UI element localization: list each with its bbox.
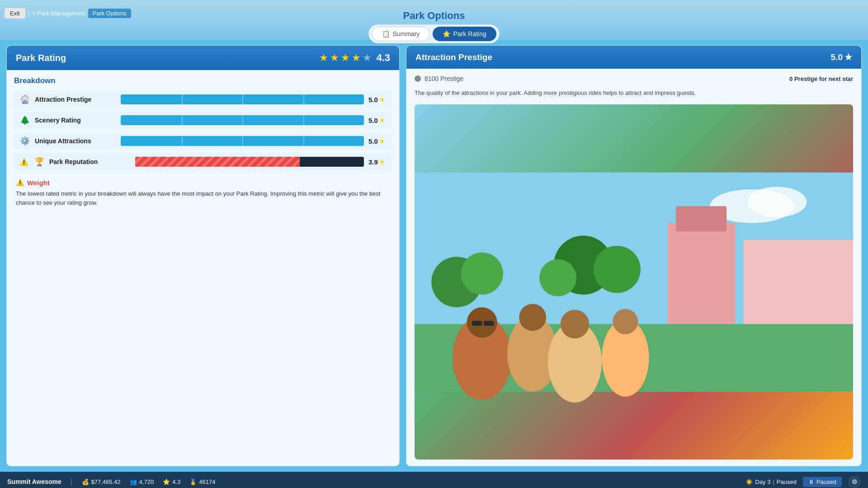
- prestige-circle-icon: [415, 75, 421, 82]
- left-panel-title: Park Rating: [16, 53, 66, 63]
- tab-summary[interactable]: 📋 Summary: [372, 27, 430, 41]
- metric-row-park-reputation[interactable]: ⚠️ 🏆 Park Reputation 3.9 ★: [14, 153, 392, 170]
- attraction-prestige-bar: [121, 94, 364, 104]
- status-divider-1: |: [71, 477, 73, 487]
- level-icon: 🏅: [189, 479, 197, 485]
- unique-attractions-value: 5.0 ★: [368, 137, 387, 145]
- weight-title: ⚠️ Weight: [16, 178, 390, 187]
- park-rating-icon: ⭐: [443, 30, 450, 38]
- star-4: ★: [352, 52, 361, 64]
- weight-section: ⚠️ Weight The lowest rated metric in you…: [14, 178, 392, 207]
- right-panel: Attraction Prestige 5.0 ★ 8100 Prestige …: [406, 45, 862, 466]
- pause-icon: ⏸: [808, 479, 814, 485]
- breadcrumb-separator: |: [28, 10, 29, 17]
- svg-point-18: [561, 310, 589, 338]
- prestige-description: The quality of the attractions in your p…: [415, 89, 853, 98]
- status-sun-icon-area: ☀️ Day 3 | Paused: [745, 479, 796, 485]
- park-rating-value: 4.3: [376, 52, 390, 64]
- svg-rect-4: [744, 240, 854, 324]
- left-panel-body: Breakdown 🎡 Attraction Prestige 5.0: [7, 70, 399, 213]
- prestige-next-star: 0 Prestige for next star: [789, 75, 853, 82]
- svg-rect-21: [484, 321, 494, 326]
- svg-point-19: [613, 309, 638, 334]
- svg-rect-5: [676, 206, 726, 231]
- svg-point-9: [593, 246, 640, 293]
- settings-button[interactable]: ⚙: [848, 475, 861, 488]
- park-reputation-bar: [135, 157, 364, 167]
- unique-attractions-bar: [121, 136, 364, 146]
- right-panel-body: 8100 Prestige 0 Prestige for next star T…: [406, 69, 861, 466]
- weight-warning-icon: ⚠️: [16, 178, 24, 187]
- rating-star-icon: ⭐: [163, 479, 170, 485]
- status-money: 💰 $77,465.42: [82, 479, 121, 485]
- svg-point-10: [539, 259, 576, 296]
- breadcrumb: Exit | < Park Management Park Options: [5, 8, 131, 19]
- attraction-prestige-name: Attraction Prestige: [35, 96, 116, 103]
- metric-row-attraction-prestige[interactable]: 🎡 Attraction Prestige 5.0 ★: [14, 91, 392, 108]
- status-rating: ⭐ 4.3: [163, 479, 180, 485]
- park-image-svg: [415, 104, 853, 460]
- right-panel-header: Attraction Prestige 5.0 ★: [406, 46, 861, 69]
- page-title: Park Options: [403, 10, 465, 22]
- metric-row-unique-attractions[interactable]: ⚙️ Unique Attractions 5.0 ★: [14, 132, 392, 150]
- breakdown-title: Breakdown: [14, 76, 392, 85]
- tab-park-rating-label: Park Rating: [453, 30, 486, 38]
- right-panel-title: Attraction Prestige: [415, 52, 492, 62]
- tab-park-rating[interactable]: ⭐ Park Rating: [433, 27, 496, 41]
- svg-point-7: [461, 253, 503, 295]
- attraction-prestige-value: 5.0 ★: [368, 96, 387, 103]
- scenery-rating-name: Scenery Rating: [35, 117, 116, 124]
- right-panel-star-icon: ★: [844, 52, 852, 62]
- park-reputation-value: 3.9 ★: [368, 158, 387, 166]
- status-right: ☀️ Day 3 | Paused ⏸ Paused ⚙: [745, 475, 861, 488]
- svg-rect-20: [472, 321, 482, 326]
- star-5: ★: [363, 52, 372, 64]
- status-guests: 👥 4,720: [130, 479, 154, 485]
- tab-summary-label: Summary: [392, 30, 420, 38]
- breadcrumb-current: Park Options: [88, 9, 131, 18]
- star-3: ★: [341, 52, 350, 64]
- unique-attractions-icon: ⚙️: [19, 136, 30, 146]
- guests-icon: 👥: [130, 479, 137, 485]
- star-1: ★: [319, 52, 328, 64]
- prestige-row: 8100 Prestige 0 Prestige for next star: [415, 75, 853, 82]
- top-nav-area: Exit | < Park Management Park Options Pa…: [0, 0, 868, 40]
- prestige-label: 8100 Prestige: [425, 75, 463, 82]
- svg-point-2: [748, 187, 807, 217]
- unique-attractions-name: Unique Attractions: [35, 137, 116, 145]
- status-park-name: Summit Awesome: [7, 478, 61, 485]
- left-panel-header: Park Rating ★ ★ ★ ★ ★ 4.3: [7, 46, 399, 70]
- right-panel-score: 5.0 ★: [831, 52, 852, 62]
- svg-point-17: [519, 304, 546, 331]
- exit-button[interactable]: Exit: [5, 8, 25, 19]
- status-level: 🏅 46174: [189, 479, 215, 485]
- left-panel: Park Rating ★ ★ ★ ★ ★ 4.3 Breakdown 🎡 At…: [6, 45, 400, 466]
- settings-gear-icon: ⚙: [852, 478, 858, 485]
- svg-rect-3: [668, 223, 735, 324]
- scenery-rating-icon: 🌲: [19, 115, 30, 125]
- park-reputation-name: Park Reputation: [49, 158, 131, 165]
- sun-icon: ☀️: [745, 479, 753, 485]
- park-rating-stars: ★ ★ ★ ★ ★ 4.3: [319, 52, 390, 64]
- attraction-prestige-icon: 🎡: [19, 94, 30, 104]
- money-icon: 💰: [82, 479, 89, 485]
- scenery-rating-bar: [121, 115, 364, 125]
- star-2: ★: [330, 52, 339, 64]
- status-bar: Summit Awesome | 💰 $77,465.42 👥 4,720 ⭐ …: [0, 472, 868, 488]
- pause-button[interactable]: ⏸ Paused: [803, 477, 842, 487]
- park-reputation-warning-icon: ⚠️: [19, 158, 28, 166]
- scenery-rating-value: 5.0 ★: [368, 117, 387, 124]
- weight-text: The lowest rated metric in your breakdow…: [16, 189, 390, 207]
- park-management-link[interactable]: < Park Management: [32, 10, 85, 17]
- park-image: [415, 104, 853, 460]
- summary-icon: 📋: [382, 30, 390, 38]
- park-reputation-icon: 🏆: [34, 157, 45, 167]
- main-area: Park Rating ★ ★ ★ ★ ★ 4.3 Breakdown 🎡 At…: [0, 40, 868, 472]
- metric-row-scenery-rating[interactable]: 🌲 Scenery Rating 5.0 ★: [14, 112, 392, 129]
- prestige-left: 8100 Prestige: [415, 75, 463, 82]
